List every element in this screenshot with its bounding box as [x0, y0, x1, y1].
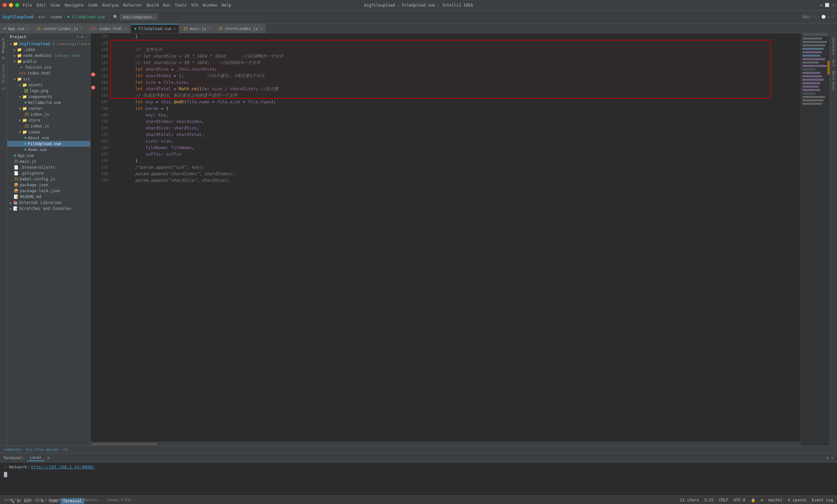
sidebar-collapse-icon[interactable]: –: [85, 35, 88, 39]
tree-item-views[interactable]: ▼ 📁 views: [7, 129, 90, 135]
tree-item-main-js[interactable]: JS main.js: [7, 159, 90, 164]
terminal-add-button[interactable]: +: [47, 455, 50, 461]
vtab-project[interactable]: 1: Project: [1, 36, 6, 61]
sidebar-add-icon[interactable]: +: [76, 35, 79, 39]
tab-fileupload-vue[interactable]: ▼ FileUpload.vue ✕: [130, 24, 179, 33]
tree-item-about[interactable]: ▼ About.vue: [7, 135, 90, 141]
code-editor[interactable]: 137 } 138 139 // 文件分片 140 //: [91, 33, 800, 446]
breadcrumb-h1[interactable]: h1: [64, 448, 68, 452]
breadcrumb-src[interactable]: src: [38, 15, 46, 19]
vtab-ant[interactable]: Ant: [831, 58, 836, 68]
status-branch[interactable]: master: [768, 498, 782, 502]
menu-tools[interactable]: Tools: [175, 3, 187, 7]
line-content[interactable]: fileName: fileName,: [112, 144, 800, 151]
add-configuration-button[interactable]: Add Configuration...: [120, 14, 158, 20]
event-log-button[interactable]: Event Log: [812, 498, 833, 502]
menu-refactor[interactable]: Refactor: [123, 3, 142, 7]
line-content[interactable]: shardIndex: shardIndex,: [112, 118, 800, 125]
breakpoint-indicator[interactable]: [91, 86, 95, 90]
terminal-network-url[interactable]: http://192.168.1.34:8080/: [31, 465, 95, 469]
line-content[interactable]: size: size,: [112, 138, 800, 144]
tree-item-store-index[interactable]: JS index.js: [7, 123, 90, 129]
terminal-settings-icon[interactable]: ⚙: [826, 456, 829, 460]
terminal-content[interactable]: - Network: http://192.168.1.34:8080/: [0, 463, 837, 496]
status-indent-icon[interactable]: ⚙: [761, 498, 763, 502]
line-content[interactable]: shardSize: shardSize,: [112, 125, 800, 131]
line-content[interactable]: key: key,: [112, 112, 800, 118]
menu-navigate[interactable]: Navigate: [65, 3, 84, 7]
breadcrumb-div[interactable]: div.file-upload: [26, 448, 58, 452]
menu-analyze[interactable]: Analyze: [102, 3, 119, 7]
vtab-database[interactable]: Database: [831, 36, 836, 57]
breadcrumb-views[interactable]: views: [50, 15, 62, 19]
tree-item-node-modules[interactable]: ▶ 📁 node_modules library root: [7, 53, 90, 58]
tree-item-router[interactable]: ▼ 📁 router: [7, 106, 90, 111]
tab-close-icon[interactable]: ✕: [209, 26, 211, 31]
terminal-tab-local[interactable]: Local: [27, 455, 44, 461]
terminal-close-icon[interactable]: ×: [832, 456, 834, 460]
tree-item-babel[interactable]: JS babel.config.js: [7, 176, 90, 182]
line-content[interactable]: let size = file.size;: [112, 79, 800, 86]
menu-file[interactable]: File: [22, 3, 32, 7]
tab-app-vue[interactable]: ▼ App.vue ✕: [0, 24, 32, 33]
tree-item-index-html[interactable]: </> index.html: [7, 70, 90, 76]
status-todo-tab[interactable]: ✓ 6: TODO: [34, 498, 60, 504]
line-content[interactable]: // let shardSize = 10 * 1024 * 1024; //以…: [112, 53, 800, 59]
tree-item-store[interactable]: ▼ 📁 store: [7, 117, 90, 123]
tree-item-package[interactable]: 📦 package.json: [7, 182, 90, 188]
tree-item-browserslist[interactable]: 📄 .browserslistrc: [7, 164, 90, 170]
menu-window[interactable]: Window: [203, 3, 217, 7]
line-content[interactable]: }: [112, 33, 800, 40]
tree-item-components[interactable]: ▼ 📁 components: [7, 94, 90, 100]
line-content[interactable]: let shardSize = _this.shardSize;: [112, 66, 800, 73]
tab-close-icon[interactable]: ✕: [174, 27, 176, 31]
project-name[interactable]: bigfileupload: [3, 15, 33, 19]
status-crlf[interactable]: CRLF: [719, 498, 728, 502]
tree-item-idea[interactable]: ▶ 📁 .idea: [7, 47, 90, 53]
tab-main-js[interactable]: JS main.js ✕: [179, 24, 214, 33]
line-content[interactable]: let shardTotal = Math.ceil(x: size / sha…: [112, 86, 800, 92]
tree-item-readme[interactable]: 📝 README.md: [7, 194, 90, 200]
tab-close-icon[interactable]: ✕: [125, 26, 127, 31]
line-content[interactable]: // let shardSize = 50 * 1024; //以50KB为一个…: [112, 59, 800, 66]
breakpoint-indicator[interactable]: [91, 73, 95, 76]
tree-item-gitignore[interactable]: 📄 .gitignore: [7, 170, 90, 176]
line-content[interactable]: param.append("shardIndex", shardIndex);: [112, 170, 800, 177]
breadcrumb-file[interactable]: ▼ FileUpload.vue: [67, 15, 105, 19]
minimize-button[interactable]: [9, 3, 13, 7]
tab-router-index[interactable]: JS router\index.js ✕: [32, 24, 86, 33]
status-git-tab[interactable]: 🔧 9: Git: [7, 498, 34, 504]
tree-item-scratches[interactable]: ▶ 📝 Scratches and Consoles: [7, 205, 90, 212]
tree-item-bigfileupload[interactable]: ▼ 📁 bigfileupload E:\vue\bigfileupload: [7, 41, 90, 47]
tab-index-html[interactable]: </> index.html ✕: [86, 24, 130, 33]
tree-item-src[interactable]: ▼ 📁 src: [7, 76, 90, 82]
line-content[interactable]: let param = {: [112, 105, 800, 112]
horizontal-scrollbar[interactable]: [91, 442, 800, 446]
tree-item-helloworld[interactable]: ▼ HelloWorld.vue: [7, 100, 90, 106]
line-content[interactable]: /*param.append("uid", key);: [112, 164, 800, 170]
tree-item-logo[interactable]: 🖼 logo.png: [7, 88, 90, 94]
menu-vcs[interactable]: VCS: [191, 3, 198, 7]
sidebar-settings-icon[interactable]: ⚙: [81, 35, 83, 39]
tree-item-fileupload[interactable]: ▼ FileUpload.vue: [7, 141, 90, 147]
tree-item-home[interactable]: ▼ Home.vue: [7, 147, 90, 152]
line-content[interactable]: param.append("shardSize", shardSize);: [112, 177, 800, 184]
line-content[interactable]: shardTotal: shardTotal,: [112, 131, 800, 138]
tree-item-assets[interactable]: ▼ 📁 assets: [7, 82, 90, 88]
tree-item-package-lock[interactable]: 📦 package-lock.json: [7, 188, 90, 194]
tab-close-icon[interactable]: ✕: [80, 26, 83, 31]
menu-code[interactable]: Code: [88, 3, 98, 7]
menu-view[interactable]: View: [51, 3, 60, 7]
scrollbar-thumb[interactable]: [92, 443, 157, 445]
tree-item-external-libs[interactable]: ▶ 📚 External Libraries: [7, 200, 90, 205]
tab-close-icon[interactable]: ✕: [260, 26, 262, 31]
maximize-button[interactable]: [15, 3, 19, 7]
line-content[interactable]: suffix: suffix: [112, 151, 800, 158]
menu-edit[interactable]: Edit: [37, 3, 46, 7]
menu-build[interactable]: Build: [147, 3, 159, 7]
code-scroll-area[interactable]: 137 } 138 139 // 文件分片 140 //: [91, 33, 800, 442]
status-position[interactable]: 3:25: [704, 498, 714, 502]
close-button[interactable]: [3, 3, 7, 7]
menu-bar[interactable]: File Edit View Navigate Code Analyze Ref…: [22, 3, 231, 7]
line-content[interactable]: // 生成文件标识, 标识多次上传的是不是同一个文件: [112, 92, 800, 99]
